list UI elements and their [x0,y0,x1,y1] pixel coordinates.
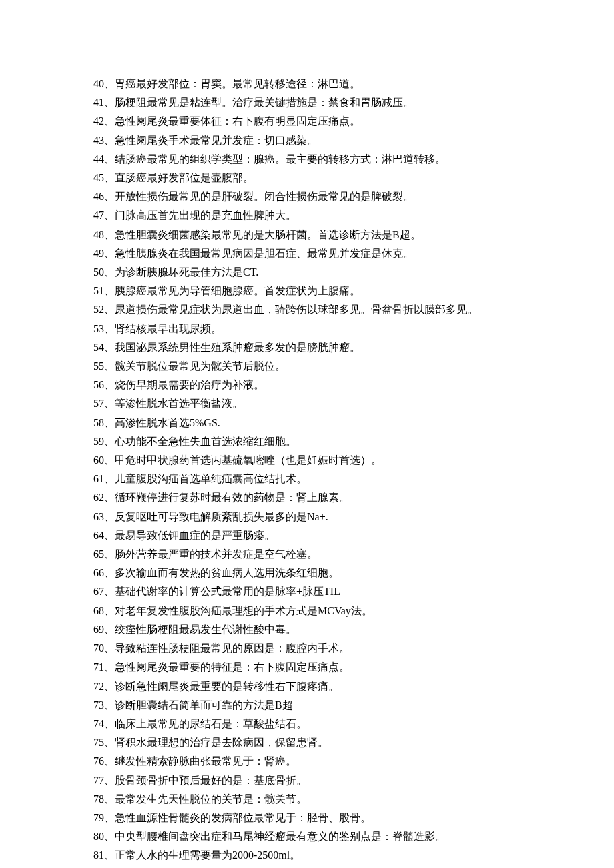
list-item: 48、急性胆囊炎细菌感染最常见的是大肠杆菌。首选诊断方法是B超。 [93,226,521,244]
list-item: 81、正常人水的生理需要量为2000-2500ml。 [93,846,521,865]
list-item: 74、临床上最常见的尿结石是：草酸盐结石。 [93,715,521,733]
list-item: 40、胃癌最好发部位：胃窦。最常见转移途径：淋巴道。 [93,75,521,93]
list-item: 60、甲危时甲状腺药首选丙基硫氧嘧唑（也是妊娠时首选）。 [93,451,521,470]
list-item: 50、为诊断胰腺坏死最佳方法是CT. [93,263,521,282]
list-item: 63、反复呕吐可导致电解质紊乱损失最多的是Na+. [93,508,521,526]
list-item: 44、结肠癌最常见的组织学类型：腺癌。最主要的转移方式：淋巴道转移。 [93,150,521,169]
list-item: 79、急性血源性骨髓炎的发病部位最常见于：胫骨、股骨。 [93,809,521,827]
list-item: 78、最常发生先天性脱位的关节是：髋关节。 [93,790,521,809]
list-item: 57、等渗性脱水首选平衡盐液。 [93,394,521,413]
list-item: 43、急性阑尾炎手术最常见并发症：切口感染。 [93,131,521,150]
list-item: 72、诊断急性阑尾炎最重要的是转移性右下腹疼痛。 [93,677,521,696]
list-item: 54、我国泌尿系统男性生殖系肿瘤最多发的是膀胱肿瘤。 [93,338,521,357]
list-item: 58、高渗性脱水首选5%GS. [93,414,521,432]
list-item: 68、对老年复发性腹股沟疝最理想的手术方式是MCVay法。 [93,602,521,620]
list-item: 80、中央型腰椎间盘突出症和马尾神经瘤最有意义的鉴别点是：脊髓造影。 [93,827,521,846]
list-item: 41、肠梗阻最常见是粘连型。治疗最关键措施是：禁食和胃肠减压。 [93,93,521,112]
list-item: 70、导致粘连性肠梗阻最常见的原因是：腹腔内手术。 [93,639,521,658]
list-item: 62、循环鞭停进行复苏时最有效的药物是：肾上腺素。 [93,488,521,507]
list-item: 42、急性阑尾炎最重要体征：右下腹有明显固定压痛点。 [93,112,521,131]
list-item: 66、多次输血而有发热的贫血病人选用洗条红细胞。 [93,564,521,582]
list-item: 56、烧伤早期最需要的治疗为补液。 [93,376,521,394]
list-item: 64、最易导致低钾血症的是严重肠瘘。 [93,526,521,545]
list-item: 65、肠外营养最严重的技术并发症是空气栓塞。 [93,545,521,564]
list-item: 61、儿童腹股沟疝首选单纯疝囊高位结扎术。 [93,470,521,488]
list-item: 77、股骨颈骨折中预后最好的是：基底骨折。 [93,771,521,790]
list-item: 69、绞痓性肠梗阻最易发生代谢性酸中毒。 [93,620,521,639]
list-item: 73、诊断胆囊结石简单而可靠的方法是B超 [93,696,521,715]
list-item: 46、开放性损伤最常见的是肝破裂。闭合性损伤最常见的是脾破裂。 [93,187,521,206]
list-item: 52、尿道损伤最常见症状为尿道出血，骑跨伤以球部多见。骨盆骨折以膜部多见。 [93,300,521,319]
list-item: 53、肾结核最早出现尿频。 [93,320,521,338]
list-item: 45、直肠癌最好发部位是壶腹部。 [93,169,521,187]
list-item: 67、基础代谢率的计算公式最常用的是脉率+脉压TIL [93,582,521,601]
list-item: 51、胰腺癌最常见为导管细胞腺癌。首发症状为上腹痛。 [93,282,521,300]
list-item: 76、继发性精索静脉曲张最常见于：肾癌。 [93,752,521,771]
list-item: 55、髋关节脱位最常见为髋关节后脱位。 [93,357,521,376]
list-item: 47、门脉高压首先出现的是充血性脾肿大。 [93,206,521,225]
list-item: 71、急性阑尾炎最重要的特征是：右下腹固定压痛点。 [93,658,521,677]
list-item: 49、急性胰腺炎在我国最常见病因是胆石症、最常见并发症是休克。 [93,244,521,263]
list-item: 75、肾积水最理想的治疗是去除病因，保留患肾。 [93,733,521,752]
list-item: 59、心功能不全急性失血首选浓缩红细胞。 [93,432,521,451]
